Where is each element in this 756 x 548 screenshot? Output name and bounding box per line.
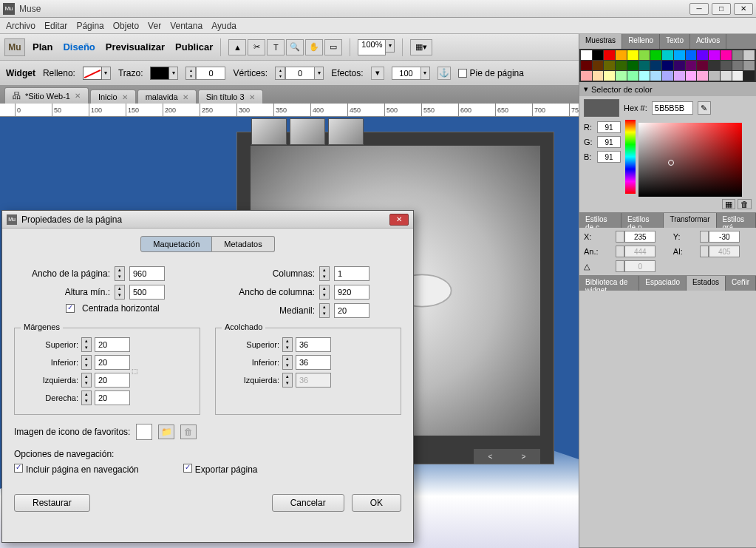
color-swatch[interactable] bbox=[674, 50, 685, 60]
page-width-input[interactable] bbox=[129, 266, 165, 281]
color-swatch[interactable] bbox=[616, 71, 627, 81]
h-stepper[interactable] bbox=[700, 246, 709, 257]
m-top-stepper[interactable]: ▴▾ bbox=[81, 337, 92, 352]
color-field[interactable] bbox=[638, 123, 742, 197]
color-swatch[interactable] bbox=[593, 50, 604, 60]
menu-archivo[interactable]: Archivo bbox=[6, 21, 35, 31]
trash-icon[interactable]: 🗑 bbox=[738, 199, 752, 209]
footer-checkbox[interactable] bbox=[458, 69, 467, 78]
m-bottom-stepper[interactable]: ▴▾ bbox=[81, 355, 92, 370]
m-left-input[interactable] bbox=[95, 373, 130, 388]
color-swatch[interactable] bbox=[697, 50, 708, 60]
col-width-input[interactable] bbox=[334, 285, 370, 300]
tab-relleno[interactable]: Relleno bbox=[622, 34, 660, 49]
color-swatch[interactable] bbox=[639, 50, 650, 60]
zoom-dropdown[interactable]: ▾ bbox=[386, 39, 395, 53]
doc-tab-sitio[interactable]: 品*Sitio Web-1✕ bbox=[4, 87, 89, 104]
delete-favicon-button[interactable]: 🗑 bbox=[180, 424, 197, 439]
thumb-1[interactable] bbox=[251, 118, 287, 145]
col-width-stepper[interactable]: ▴▾ bbox=[319, 285, 330, 300]
menu-ver[interactable]: Ver bbox=[148, 21, 161, 31]
color-swatch[interactable] bbox=[581, 61, 592, 70]
restore-button[interactable]: Restaurar bbox=[14, 494, 90, 512]
color-swatch[interactable] bbox=[604, 50, 615, 60]
rot-stepper[interactable] bbox=[616, 260, 624, 272]
cancel-button[interactable]: Cancelar bbox=[272, 494, 344, 512]
color-swatch[interactable] bbox=[604, 61, 615, 70]
hex-input[interactable] bbox=[652, 101, 693, 115]
tab-graphic-styles[interactable]: Estilos grá bbox=[717, 213, 757, 228]
color-swatch[interactable] bbox=[662, 71, 673, 81]
include-nav-checkbox[interactable] bbox=[14, 464, 23, 473]
favicon-well[interactable] bbox=[136, 424, 152, 440]
p-left-stepper[interactable]: ▴▾ bbox=[282, 373, 293, 388]
doc-tab-inicio[interactable]: Inicio✕ bbox=[90, 89, 136, 104]
columns-input[interactable] bbox=[334, 266, 370, 281]
y-stepper[interactable] bbox=[700, 231, 709, 243]
color-swatch[interactable] bbox=[639, 71, 650, 81]
tab-texto[interactable]: Texto bbox=[660, 34, 690, 49]
color-swatch[interactable] bbox=[662, 50, 673, 60]
view-options[interactable]: ▦▾ bbox=[410, 39, 432, 55]
mode-preview[interactable]: Previsualizar bbox=[106, 41, 165, 53]
close-icon[interactable]: ✕ bbox=[249, 93, 255, 101]
color-swatch[interactable] bbox=[697, 71, 708, 81]
b-input[interactable] bbox=[597, 151, 621, 163]
stroke-weight-stepper[interactable]: ▴▾ bbox=[185, 67, 196, 80]
zoom-tool[interactable]: 🔍 bbox=[286, 39, 304, 55]
crop-tool[interactable]: ✂ bbox=[248, 39, 265, 55]
color-swatch[interactable] bbox=[697, 61, 708, 70]
hand-tool[interactable]: ✋ bbox=[305, 39, 323, 55]
doc-tab-sintitulo[interactable]: Sin título 3✕ bbox=[198, 89, 263, 104]
new-swatch-icon[interactable]: ▦ bbox=[722, 199, 735, 209]
color-swatch[interactable] bbox=[709, 71, 720, 81]
w-input[interactable] bbox=[624, 246, 655, 257]
color-swatch[interactable] bbox=[627, 61, 638, 70]
h-input[interactable] bbox=[709, 246, 740, 257]
rot-input[interactable] bbox=[624, 260, 655, 272]
mode-publish[interactable]: Publicar bbox=[175, 41, 213, 53]
link-margins-icon[interactable]: ⬚ bbox=[130, 364, 139, 379]
ok-button[interactable]: OK bbox=[352, 494, 401, 512]
color-swatch[interactable] bbox=[650, 50, 661, 60]
m-bottom-input[interactable] bbox=[95, 355, 130, 370]
color-swatch[interactable] bbox=[674, 61, 685, 70]
tab-muestras[interactable]: Muestras bbox=[579, 34, 622, 49]
m-right-stepper[interactable]: ▴▾ bbox=[81, 390, 92, 405]
tab-transform[interactable]: Transformar bbox=[664, 213, 716, 228]
doc-tab-malavida[interactable]: malavida✕ bbox=[137, 89, 197, 104]
x-stepper[interactable] bbox=[616, 231, 624, 243]
color-swatch[interactable] bbox=[627, 71, 638, 81]
eyedropper-icon[interactable]: ✎ bbox=[698, 101, 711, 115]
stroke-weight-input[interactable] bbox=[196, 67, 225, 80]
close-icon[interactable]: ✕ bbox=[122, 93, 128, 101]
color-swatch[interactable] bbox=[709, 61, 720, 70]
color-swatch[interactable] bbox=[686, 50, 697, 60]
color-swatch[interactable] bbox=[616, 61, 627, 70]
color-swatch[interactable] bbox=[674, 71, 685, 81]
p-bottom-stepper[interactable]: ▴▾ bbox=[282, 355, 293, 370]
menu-objeto[interactable]: Objeto bbox=[113, 21, 139, 31]
color-swatch[interactable] bbox=[581, 71, 592, 81]
text-tool[interactable]: T bbox=[267, 39, 285, 55]
menu-ventana[interactable]: Ventana bbox=[170, 21, 202, 31]
tab-para-styles[interactable]: Estilos de p bbox=[622, 213, 664, 228]
prev-icon[interactable]: < bbox=[488, 453, 493, 461]
color-swatch[interactable] bbox=[604, 71, 615, 81]
menu-editar[interactable]: Editar bbox=[44, 21, 67, 31]
tab-spacing[interactable]: Espaciado bbox=[639, 276, 687, 291]
color-swatch[interactable] bbox=[732, 61, 743, 70]
mode-design[interactable]: Diseño bbox=[63, 41, 95, 53]
color-swatch[interactable] bbox=[721, 61, 732, 70]
browse-button[interactable]: 📁 bbox=[158, 424, 174, 439]
effects-button[interactable]: ▾ bbox=[371, 67, 384, 80]
thumb-2[interactable] bbox=[290, 118, 325, 145]
color-swatch[interactable] bbox=[627, 50, 638, 60]
export-page-checkbox[interactable] bbox=[183, 464, 192, 473]
select-tool[interactable]: ▲ bbox=[228, 39, 246, 55]
r-input[interactable] bbox=[597, 121, 621, 133]
vertices-stepper[interactable]: ▴▾ bbox=[275, 67, 285, 80]
maximize-button[interactable]: □ bbox=[712, 3, 731, 15]
opacity-dropdown[interactable]: ▾ bbox=[421, 67, 430, 80]
menu-pagina[interactable]: Página bbox=[76, 21, 103, 31]
